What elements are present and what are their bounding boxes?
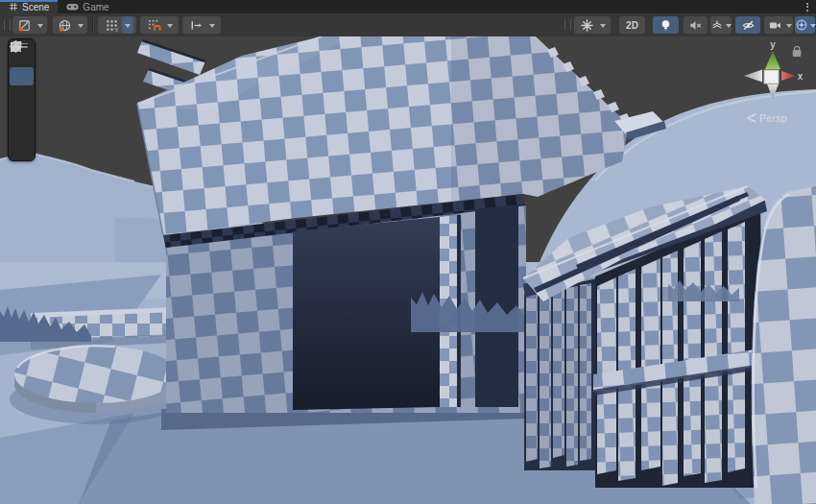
tab-scene[interactable]: Scene	[0, 0, 58, 13]
tool-rect[interactable]	[10, 122, 34, 140]
tool-transform[interactable]	[10, 140, 34, 158]
tool-rotate[interactable]	[10, 85, 34, 104]
snap-magnet-icon	[147, 18, 161, 33]
scene-viewport[interactable]: y x Persp	[0, 36, 816, 504]
scene-view-toolbar: Y 2D	[0, 13, 816, 37]
scene-viewport-canvas[interactable]: y x Persp	[0, 36, 816, 504]
transform-icon	[9, 39, 23, 54]
stone-pad[interactable]	[10, 346, 182, 424]
move-snap-icon	[189, 18, 204, 33]
dropdown-arrow	[78, 24, 84, 31]
dropdown-arrow	[786, 24, 792, 31]
scene-camera-settings-button[interactable]	[53, 16, 87, 34]
snap-settings-button[interactable]	[140, 16, 179, 34]
toolbar-divider	[92, 18, 93, 32]
svg-text:Y: Y	[114, 26, 118, 32]
dropdown-arrow	[600, 24, 606, 31]
axis-gizmo-icon	[795, 18, 808, 32]
scene-visibility-button[interactable]	[735, 16, 760, 34]
fx-star-icon	[580, 18, 594, 33]
orientation-gizmo-button[interactable]	[795, 16, 815, 34]
unity-scene-window: Scene Game	[0, 0, 816, 504]
tool-move[interactable]	[10, 67, 34, 85]
camera-settings-icon	[58, 18, 72, 33]
shed-side-planks	[526, 283, 591, 468]
effects-stack-icon	[710, 18, 724, 32]
gamepad-icon	[66, 2, 79, 12]
dropdown-arrow	[209, 24, 215, 31]
effects-fx-button[interactable]	[574, 16, 611, 34]
toolbar-grip[interactable]	[4, 19, 11, 31]
scene-grid-icon	[9, 2, 18, 12]
scene-lighting-button[interactable]	[653, 16, 679, 34]
tool-palette	[8, 38, 36, 161]
tool-scale[interactable]	[10, 104, 34, 122]
tab-bar: Scene Game	[0, 0, 816, 13]
toolbar-grip[interactable]	[564, 19, 571, 31]
dropdown-arrow	[810, 24, 816, 31]
tab-game-label: Game	[83, 2, 108, 12]
dropdown-arrow	[726, 24, 732, 31]
gizmo-x-label: x	[798, 71, 803, 82]
draw-mode-icon	[17, 18, 32, 33]
speaker-muted-icon	[688, 18, 703, 33]
grid-icon: Y	[105, 18, 119, 33]
2d-label: 2D	[622, 20, 642, 31]
tab-game[interactable]: Game	[58, 0, 117, 13]
camera-preview-button[interactable]	[764, 16, 793, 34]
tab-scene-label: Scene	[22, 2, 49, 12]
kebab-vertical-icon[interactable]	[799, 0, 816, 13]
lightbulb-icon	[659, 18, 673, 33]
eye-slash-icon	[741, 18, 756, 33]
audio-mute-button[interactable]	[684, 16, 708, 34]
camera-icon	[768, 18, 782, 33]
dropdown-arrow	[37, 24, 43, 31]
dropdown-arrow	[125, 24, 131, 31]
scene-effects-button[interactable]	[710, 16, 732, 34]
gizmo-center-cube[interactable]	[764, 70, 779, 84]
projection-label: Persp	[759, 112, 787, 124]
grid-visibility-button[interactable]: Y	[98, 16, 136, 34]
move-snap-button[interactable]	[182, 16, 221, 34]
2d-toggle-button[interactable]: 2D	[619, 16, 645, 34]
dropdown-arrow	[167, 24, 173, 31]
gizmo-y-label: y	[771, 39, 776, 50]
draw-mode-button[interactable]	[12, 16, 47, 34]
